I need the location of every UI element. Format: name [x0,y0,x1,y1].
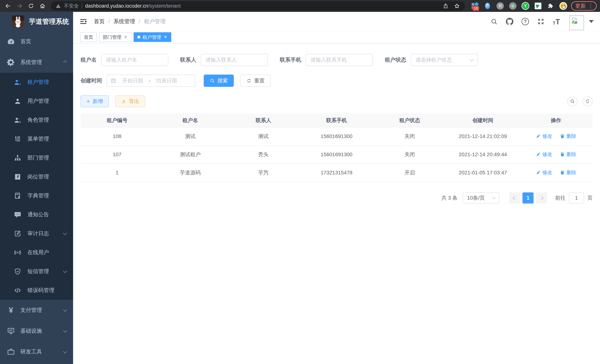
tab-dept[interactable]: 部门管理 ✕ [99,32,131,42]
add-button[interactable]: + 新增 [81,95,109,107]
browser-update-button[interactable]: 更新 ⋮ [571,1,597,10]
avatar[interactable] [569,15,584,30]
cell-mobile: 17321315478 [300,164,373,182]
y-extension-icon[interactable]: Y [521,2,529,10]
reset-button[interactable]: 重置 [240,75,271,87]
export-button[interactable]: 导出 [115,95,145,107]
status-select-placeholder: 请选择租户状态 [416,56,452,64]
github-icon[interactable] [506,18,514,25]
sidebar-item-payment[interactable]: ¥ 支付管理 [0,300,73,321]
goto-page-input[interactable] [569,192,584,204]
tab-tenant[interactable]: 租户管理 ✕ [134,32,171,42]
address-bar[interactable]: 不安全 dashboard.yudao.iocoder.cn/system/te… [51,1,465,10]
tab-manager-extension-icon[interactable]: 10 [471,2,479,10]
sidebar-item-label: 在线用户 [28,249,49,256]
profile-avatar-icon[interactable] [559,2,567,10]
date-range-picker[interactable]: - [106,75,195,87]
recorder-extension-icon[interactable] [509,2,517,10]
sidebar-item-home[interactable]: 首页 [0,31,73,52]
sidebar-item-menu[interactable]: 菜单管理 [0,130,73,149]
tenant-name-input[interactable] [103,57,166,63]
table-toolbar: + 新增 导出 [81,95,593,107]
header-search-icon[interactable] [490,18,498,25]
balloon-extension-icon[interactable] [484,2,492,10]
sidebar-item-post[interactable]: 岗位管理 [0,167,73,186]
delete-link[interactable]: 删除 [560,133,576,140]
trash-icon [560,152,565,157]
tab-home[interactable]: 首页 [80,32,97,42]
extension-badge: 10 [473,6,479,11]
sidebar-item-system[interactable]: 系统管理 [0,52,73,73]
cell-status: 关闭 [373,127,446,145]
tags-view-bar: 首页 部门管理 ✕ 租户管理 ✕ [73,31,600,43]
delete-link[interactable]: 删除 [560,169,576,176]
sidebar-item-notice[interactable]: 通知公告 [0,205,73,224]
delete-link[interactable]: 删除 [560,151,576,158]
broadcast-icon [14,249,21,256]
col-status: 租户状态 [373,113,446,127]
breadcrumb: 首页 / 系统管理 / 租户管理 [94,18,166,25]
browser-home-button[interactable] [37,0,48,11]
sidebar-item-label: 审计日志 [28,230,49,237]
help-icon[interactable]: ? [521,18,529,25]
org-chart-icon [14,154,21,162]
user-menu[interactable] [569,13,594,30]
extensions-puzzle-icon[interactable] [547,2,555,10]
edit-icon [536,152,541,157]
sidebar-item-dept[interactable]: 部门管理 [0,149,73,167]
page-size-select[interactable]: 10条/页 [463,192,499,204]
sidebar-item-audit-log[interactable]: 审计日志 [0,224,73,243]
browser-back-button[interactable] [3,0,13,11]
close-icon[interactable]: ✕ [123,35,128,39]
edit-link[interactable]: 修改 [536,169,552,176]
page-number-1[interactable]: 1 [523,192,534,204]
sidebar-item-tenant[interactable]: 租户管理 [0,73,73,92]
contact-input[interactable] [203,57,266,63]
refresh-icon [246,78,252,83]
sidebar-item-role[interactable]: 角色管理 [0,111,73,130]
omnibox-divider [82,3,82,9]
tenant-users-icon [14,78,21,86]
share-icon[interactable] [443,3,449,9]
mobile-input[interactable] [308,57,371,63]
breadcrumb-system[interactable]: 系统管理 [113,18,135,25]
page-url[interactable]: dashboard.yudao.iocoder.cn/system/tenant [85,3,181,9]
sidebar-item-label: 字典管理 [28,192,49,199]
page-size-value: 10条/页 [467,195,485,202]
system-submenu: 租户管理 用户管理 角色管理 菜单管理 部门管理 岗位管理 [0,73,73,300]
breadcrumb-home[interactable]: 首页 [94,18,105,25]
edit-link[interactable]: 修改 [536,133,552,140]
search-button[interactable]: 搜索 [204,75,234,87]
date-end-input[interactable] [152,78,181,84]
next-page-button[interactable] [536,192,547,204]
prev-page-button[interactable] [509,192,520,204]
sidebar-item-error-code[interactable]: 错误码管理 [0,281,73,300]
bookmark-star-icon[interactable] [454,3,460,9]
sidebar-item-user[interactable]: 用户管理 [0,92,73,111]
font-size-icon[interactable]: TT [553,18,560,25]
fullscreen-icon[interactable] [537,18,545,25]
close-icon[interactable]: ✕ [163,35,167,39]
browser-reload-button[interactable] [26,0,36,11]
cell-contact: 芋艿 [227,164,300,182]
sidebar-item-devtools[interactable]: 研发工具 [0,341,73,362]
sidebar-item-sms[interactable]: 短信管理 [0,262,73,281]
browser-forward-button[interactable] [14,0,25,11]
toggle-search-button[interactable] [567,96,577,106]
flag-extension-icon[interactable] [534,2,542,10]
trash-icon [560,134,565,139]
breadcrumb-separator: / [108,18,110,25]
date-start-input[interactable] [118,78,147,84]
edit-link[interactable]: 修改 [536,151,552,158]
edit-note-icon [14,230,21,237]
sidebar-item-dict[interactable]: 字典管理 [0,186,73,205]
sidebar-item-online-user[interactable]: 在线用户 [0,243,73,262]
status-select[interactable]: 请选择租户状态 [411,54,478,66]
sidebar-fold-icon[interactable] [79,17,88,26]
command-extension-icon[interactable]: ⌘ [496,2,504,10]
sidebar-item-infra[interactable]: 基础设施 [0,321,73,341]
security-label[interactable]: 不安全 [64,3,79,9]
browser-menu-icon[interactable]: ⋮ [588,3,593,9]
sidebar-logo[interactable]: 芋道管理系统 [0,12,73,31]
refresh-table-button[interactable] [582,96,593,106]
